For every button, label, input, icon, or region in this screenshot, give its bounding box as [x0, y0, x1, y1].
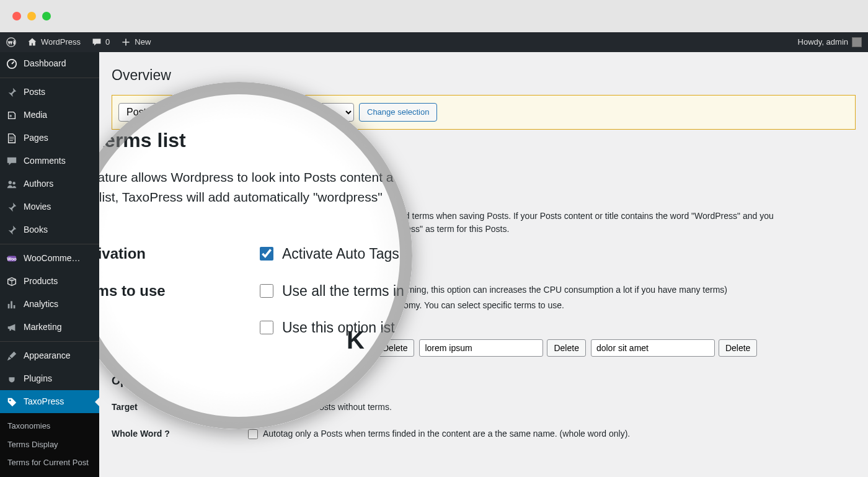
keyword-input-3[interactable]: [591, 339, 715, 357]
comment-icon: [6, 156, 17, 167]
row-target: Target Autotag only Posts without terms.: [112, 395, 856, 421]
wp-logo[interactable]: [6, 37, 16, 47]
whole-word-label: Whole Word ?: [112, 426, 248, 440]
keyword-item: Delete: [248, 339, 414, 357]
activate-checkbox-label[interactable]: Activate Auto Tags taxonomy: [248, 257, 856, 270]
plug-icon: [6, 373, 17, 385]
mac-max-dot[interactable]: [42, 12, 51, 20]
menu-label: Products: [24, 275, 58, 288]
menu-label: Appearance: [24, 349, 71, 362]
whole-word-checkbox-label[interactable]: Autotag only a Posts when terms finded i…: [248, 427, 856, 440]
activate-checkbox[interactable]: [248, 259, 258, 269]
menu-label: Comments: [24, 154, 66, 167]
site-name: WordPress: [41, 36, 81, 48]
menu-dashboard[interactable]: Dashboard: [0, 52, 99, 75]
menu-pages[interactable]: Pages: [0, 127, 99, 149]
change-selection-button[interactable]: Change selection: [359, 103, 437, 122]
menu-appearance[interactable]: Appearance: [0, 341, 99, 367]
menu-products[interactable]: Products: [0, 270, 99, 293]
submenu-terms-display[interactable]: Terms Display: [0, 435, 99, 454]
use-list-checkbox-label[interactable]: Use this option ist Add +: [248, 318, 856, 336]
add-keyword-button[interactable]: Add +: [348, 318, 385, 336]
mac-min-dot[interactable]: [27, 12, 36, 20]
target-label: Target: [112, 399, 248, 414]
site-link[interactable]: WordPress: [27, 36, 81, 48]
box-icon: [6, 276, 17, 287]
menu-woocommerce[interactable]: WooWooComme…: [0, 244, 99, 270]
svg-text:Woo: Woo: [7, 256, 17, 261]
menu-label: Posts: [24, 86, 45, 99]
users-icon: [6, 179, 17, 190]
menu-label: Media: [24, 109, 47, 122]
mac-close-dot[interactable]: [12, 12, 21, 20]
account-link[interactable]: Howdy, admin: [798, 36, 862, 48]
menu-label: Dashboard: [24, 57, 66, 70]
menu-label: Books: [24, 223, 48, 236]
home-icon: [27, 37, 37, 47]
post-type-select[interactable]: Posts: [118, 103, 354, 122]
delete-keyword-button[interactable]: Delete: [719, 339, 757, 357]
target-checkbox[interactable]: [248, 403, 258, 412]
menu-label: TaxoPress: [24, 395, 64, 408]
pin-icon: [6, 225, 17, 236]
menu-label: Pages: [24, 132, 48, 145]
admin-sidebar: Dashboard Posts Media Pages Comments Aut…: [0, 52, 99, 477]
keyword-input-1[interactable]: [248, 339, 372, 357]
submenu-mass-edit[interactable]: Mass Edit Terms: [0, 472, 99, 478]
row-whole-word: Whole Word ? Autotag only a Posts when t…: [112, 421, 856, 448]
pin-icon: [6, 87, 17, 98]
menu-analytics[interactable]: Analytics: [0, 293, 99, 316]
menu-label: Authors: [24, 177, 53, 190]
row-activation: Activation Activate Auto Tags taxonomy: [112, 251, 856, 277]
dashboard-icon: [6, 58, 17, 69]
comments-link[interactable]: 0: [92, 36, 110, 48]
terms-label: Terms to use: [112, 282, 248, 296]
use-all-checkbox-label[interactable]: Use all the terms in taxonomy. (Warning,…: [248, 283, 856, 296]
submenu-taxonomies[interactable]: Taxonomies: [0, 417, 99, 435]
auto-terms-heading: Auto terms list: [112, 182, 856, 202]
keyword-input-2[interactable]: [419, 339, 543, 357]
mac-titlebar: [0, 0, 868, 32]
taxopress-submenu: Taxonomies Terms Display Terms for Curre…: [0, 413, 99, 477]
menu-media[interactable]: Media: [0, 104, 99, 127]
chart-icon: [6, 299, 17, 310]
page-icon: [6, 133, 17, 144]
menu-label: Analytics: [24, 298, 58, 311]
activation-label: Activation: [112, 256, 248, 270]
menu-authors[interactable]: Authors: [0, 172, 99, 195]
media-icon: [6, 110, 17, 121]
menu-taxopress[interactable]: TaxoPress: [0, 390, 99, 413]
whole-word-checkbox[interactable]: [248, 429, 258, 439]
use-all-checkbox[interactable]: [248, 285, 258, 295]
use-all-hint: nt to use all the terms in your Tags tax…: [248, 299, 856, 312]
menu-label: WooComme…: [24, 252, 81, 265]
new-link[interactable]: New: [121, 36, 151, 48]
menu-books[interactable]: Books: [0, 218, 99, 241]
row-terms-to-use: Terms to use Use all the terms in taxono…: [112, 277, 856, 362]
new-label: New: [135, 36, 151, 48]
menu-plugins[interactable]: Plugins: [0, 367, 99, 390]
menu-marketing[interactable]: Marketing: [0, 316, 99, 339]
menu-label: Plugins: [24, 372, 52, 385]
menu-label: Marketing: [24, 321, 61, 334]
page-content: Overview Posts Change selection Auto ter…: [99, 52, 868, 477]
keyword-item: Delete: [419, 339, 585, 357]
megaphone-icon: [6, 322, 17, 333]
comments-count: 0: [105, 36, 110, 48]
target-checkbox-label[interactable]: Autotag only Posts without terms.: [248, 401, 856, 414]
selection-notice: Posts Change selection: [112, 95, 856, 130]
plus-icon: [121, 37, 131, 47]
wp-admin-bar: WordPress 0 New Howdy, admin: [0, 32, 868, 52]
section-heading: Auto terms for Posts and Tags: [112, 142, 856, 164]
brush-icon: [6, 350, 17, 362]
feature-description: This feature allows Wordpress to look in…: [112, 210, 794, 236]
menu-posts[interactable]: Posts: [0, 78, 99, 104]
menu-comments[interactable]: Comments: [0, 149, 99, 172]
comment-icon: [92, 37, 102, 47]
use-list-checkbox[interactable]: [248, 322, 258, 332]
keyword-row: Delete Delete Delete: [248, 339, 856, 357]
delete-keyword-button[interactable]: Delete: [376, 339, 414, 357]
submenu-terms-current[interactable]: Terms for Current Post: [0, 453, 99, 472]
delete-keyword-button[interactable]: Delete: [547, 339, 585, 357]
menu-movies[interactable]: Movies: [0, 195, 99, 218]
